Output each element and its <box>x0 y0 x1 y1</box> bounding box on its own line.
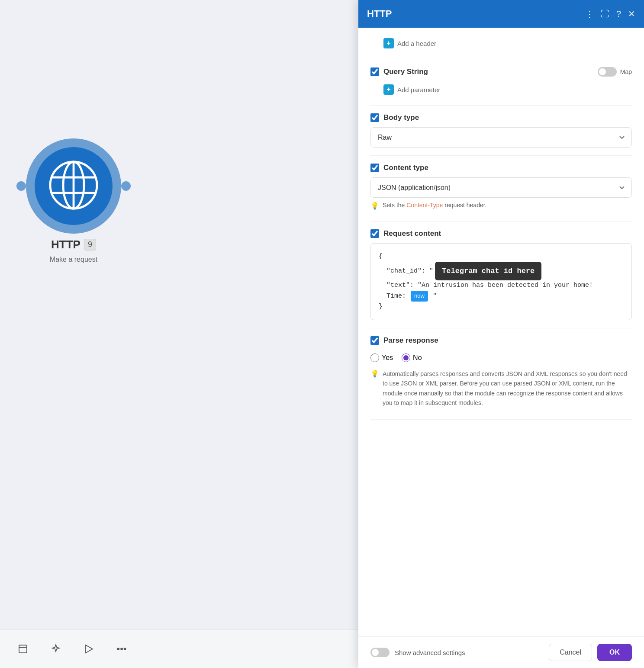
parse-response-title: Parse response <box>383 336 438 345</box>
globe-icon <box>48 159 100 213</box>
code-chat-id-prefix: "chat_id": " <box>379 266 433 276</box>
hint-bulb-icon: 💡 <box>370 202 379 210</box>
more-options-button[interactable]: ••• <box>112 639 132 659</box>
node-title: HTTP 9 <box>51 238 96 251</box>
add-parameter-label: Add parameter <box>397 86 440 93</box>
body-type-checkbox[interactable] <box>370 113 379 122</box>
parse-response-radio-group: Yes No <box>370 350 632 366</box>
query-string-actions: Map <box>598 67 632 77</box>
now-chip: now <box>411 291 428 302</box>
node-connector-right <box>121 181 131 191</box>
request-content-header: Request content <box>370 229 632 238</box>
add-header-label: Add a header <box>397 40 436 47</box>
hint-suffix: request header. <box>443 202 486 209</box>
code-brace-close: } <box>379 302 383 312</box>
modal-footer: Show advanced settings Cancel OK <box>358 636 644 668</box>
add-header-icon: + <box>383 38 394 48</box>
sticky-note-button[interactable] <box>13 639 33 659</box>
body-type-header: Body type <box>370 113 632 122</box>
query-string-toggle-slider <box>598 67 617 77</box>
code-brace-open: { <box>379 251 383 262</box>
code-text-prefix: "text": "An intrusion has been detected … <box>379 280 593 291</box>
code-line-2: "chat_id": " Telegram chat id here <box>379 262 624 280</box>
modal-title: HTTP <box>367 8 392 19</box>
hint-prefix: Sets the <box>383 202 406 209</box>
node-circle-outer <box>26 138 121 234</box>
parse-response-yes-option[interactable]: Yes <box>370 353 393 362</box>
run-button[interactable] <box>79 639 99 659</box>
body-type-title: Body type <box>383 113 419 122</box>
content-type-section: Content type JSON (application/json) XML… <box>370 156 632 222</box>
query-string-toggle-container: Map <box>598 67 632 77</box>
parse-response-section: Parse response Yes No 💡 Automatically pa… <box>370 328 632 420</box>
parse-response-no-label: No <box>413 354 422 362</box>
close-icon[interactable]: ✕ <box>628 9 635 19</box>
parse-response-no-radio[interactable] <box>402 353 410 362</box>
ok-button[interactable]: OK <box>597 644 632 661</box>
query-string-header: Query String Map <box>370 67 632 77</box>
fullscreen-icon[interactable]: ⛶ <box>601 9 609 19</box>
body-type-section: Body type Raw URL Encoded Form Data Bina… <box>370 106 632 156</box>
modal-overlay: HTTP ⋮ ⛶ ? ✕ + Add a header Query <box>358 0 644 668</box>
add-header-button[interactable]: + Add a header <box>370 35 436 51</box>
query-string-section: Query String Map + Add parameter <box>370 59 632 106</box>
node-circle-inner <box>35 147 113 225</box>
query-string-toggle-label: Map <box>620 68 632 75</box>
request-content-section: Request content { "chat_id": " Telegram … <box>370 222 632 328</box>
content-type-title: Content type <box>383 164 428 172</box>
cancel-button[interactable]: Cancel <box>549 644 592 661</box>
add-parameter-icon: + <box>383 84 394 95</box>
request-content-title: Request content <box>383 229 441 238</box>
code-line-4: Time: now " <box>379 291 624 302</box>
content-type-select[interactable]: JSON (application/json) XML (application… <box>370 177 632 198</box>
svg-rect-5 <box>19 645 27 653</box>
parse-response-hint-text: Automatically parses responses and conve… <box>383 369 632 408</box>
request-content-checkbox[interactable] <box>370 229 379 238</box>
code-line-5: } <box>379 302 624 312</box>
node-badge: 9 <box>84 239 96 250</box>
advanced-settings-slider <box>370 648 390 657</box>
content-type-hint: 💡 Sets the Content-Type request header. <box>370 198 632 213</box>
modal-header-actions: ⋮ ⛶ ? ✕ <box>585 9 635 19</box>
node-subtitle: Make a request <box>50 256 97 263</box>
code-line-3: "text": "An intrusion has been detected … <box>379 280 624 291</box>
parse-response-yes-radio[interactable] <box>370 353 379 362</box>
parse-response-bulb-icon: 💡 <box>370 369 379 378</box>
request-content-editor[interactable]: { "chat_id": " Telegram chat id here "te… <box>370 243 632 320</box>
query-string-checkbox[interactable] <box>370 67 379 76</box>
telegram-chat-id-tooltip: Telegram chat id here <box>435 262 541 280</box>
modal-body: + Add a header Query String <box>358 28 644 636</box>
code-time-prefix: Time: <box>379 291 410 302</box>
content-type-header: Content type <box>370 164 632 172</box>
body-type-select[interactable]: Raw URL Encoded Form Data Binary <box>370 127 632 148</box>
modal-dialog: HTTP ⋮ ⛶ ? ✕ + Add a header Query <box>358 0 644 668</box>
magic-button[interactable] <box>46 639 66 659</box>
help-icon[interactable]: ? <box>616 9 621 19</box>
footer-actions: Cancel OK <box>549 644 632 661</box>
query-string-toggle[interactable] <box>598 67 617 77</box>
advanced-settings-toggle[interactable] <box>370 648 390 657</box>
parse-response-checkbox[interactable] <box>370 336 379 345</box>
query-string-title: Query String <box>383 67 428 76</box>
add-header-section: + Add a header <box>370 28 632 59</box>
hint-link: Content-Type <box>406 202 443 209</box>
parse-response-no-option[interactable]: No <box>402 353 422 362</box>
http-node[interactable]: HTTP 9 Make a request <box>26 138 121 263</box>
advanced-settings-label: Show advanced settings <box>395 649 465 656</box>
add-parameter-button[interactable]: + Add parameter <box>370 82 440 97</box>
parse-response-yes-label: Yes <box>382 354 393 362</box>
content-type-checkbox[interactable] <box>370 164 379 172</box>
node-title-text: HTTP <box>51 238 80 251</box>
code-time-suffix: " <box>429 291 437 302</box>
parse-response-header: Parse response <box>370 336 632 345</box>
parse-response-hint-row: 💡 Automatically parses responses and con… <box>370 366 632 411</box>
modal-header: HTTP ⋮ ⛶ ? ✕ <box>358 0 644 28</box>
node-connector-left <box>16 181 26 191</box>
footer-toggle-row: Show advanced settings <box>370 648 465 657</box>
code-line-1: { <box>379 251 624 262</box>
more-vert-icon[interactable]: ⋮ <box>585 9 594 19</box>
hint-text: Sets the Content-Type request header. <box>383 201 487 210</box>
